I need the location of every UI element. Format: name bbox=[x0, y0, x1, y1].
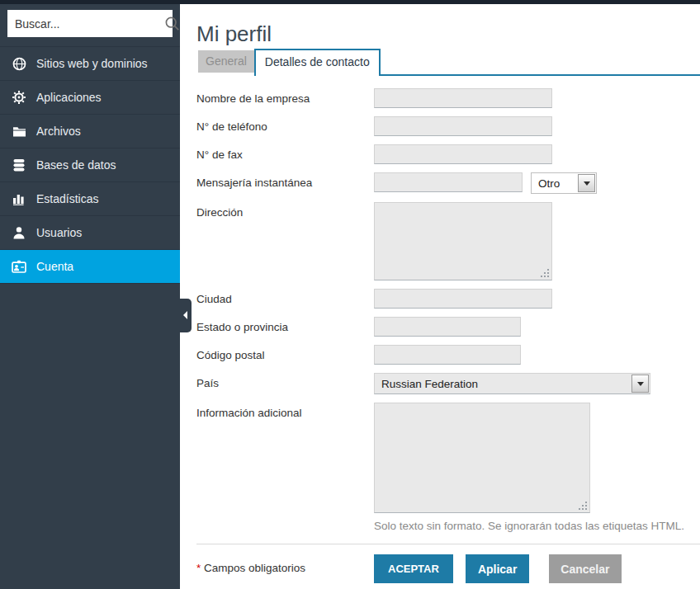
sidebar-collapse-handle[interactable] bbox=[180, 299, 192, 332]
sidebar-item-label: Estadísticas bbox=[36, 192, 98, 205]
im-type-selected-value: Otro bbox=[538, 177, 560, 190]
ok-button[interactable]: ACEPTAR bbox=[374, 554, 453, 583]
company-field[interactable] bbox=[374, 88, 552, 108]
sidebar: Sitios web y dominios Aplicaciones bbox=[0, 0, 180, 589]
additional-info-field[interactable] bbox=[374, 403, 590, 513]
country-selected-value: Russian Federation bbox=[381, 378, 478, 390]
resize-grip-icon[interactable] bbox=[585, 508, 587, 510]
sidebar-item-label: Aplicaciones bbox=[36, 91, 102, 104]
tab-general[interactable]: General bbox=[198, 50, 254, 73]
state-label: Estado o provincia bbox=[196, 317, 374, 337]
main-content: Mi perfil General Detalles de contacto N… bbox=[180, 4, 700, 589]
im-field[interactable] bbox=[374, 172, 523, 192]
fax-field[interactable] bbox=[374, 144, 552, 164]
tab-underline bbox=[381, 74, 700, 76]
search-input[interactable] bbox=[15, 17, 164, 31]
city-field[interactable] bbox=[374, 289, 552, 309]
country-label: País bbox=[196, 373, 374, 394]
zip-label: Código postal bbox=[196, 345, 374, 365]
phone-field[interactable] bbox=[374, 116, 552, 136]
sidebar-item-sitios-web[interactable]: Sitios web y dominios bbox=[0, 46, 180, 80]
top-bar bbox=[0, 0, 700, 4]
state-field[interactable] bbox=[374, 317, 521, 337]
sidebar-item-bases-de-datos[interactable]: Bases de datos bbox=[0, 148, 180, 181]
search-box[interactable] bbox=[7, 10, 173, 37]
sidebar-item-label: Bases de datos bbox=[36, 158, 116, 172]
tab-bar: General Detalles de contacto bbox=[180, 49, 700, 76]
search-icon[interactable] bbox=[164, 16, 180, 31]
city-label: Ciudad bbox=[196, 289, 374, 309]
tab-detalles-de-contacto[interactable]: Detalles de contacto bbox=[254, 49, 381, 76]
dropdown-arrow-icon[interactable] bbox=[578, 174, 595, 192]
sidebar-item-estadisticas[interactable]: Estadísticas bbox=[0, 181, 180, 215]
address-field[interactable] bbox=[374, 202, 552, 280]
country-select[interactable]: Russian Federation bbox=[374, 373, 650, 394]
database-icon bbox=[11, 158, 27, 172]
bar-chart-icon bbox=[11, 191, 27, 206]
company-label: Nombre de la empresa bbox=[196, 88, 374, 108]
sidebar-item-aplicaciones[interactable]: Aplicaciones bbox=[0, 80, 180, 114]
globe-icon bbox=[11, 56, 27, 71]
apply-button[interactable]: Aplicar bbox=[466, 554, 529, 583]
sidebar-item-label: Sitios web y dominios bbox=[36, 57, 148, 70]
cancel-button[interactable]: Cancelar bbox=[549, 554, 621, 583]
gear-icon bbox=[11, 90, 27, 105]
contact-details-form: Nombre de la empresa N° de teléfono N° d… bbox=[196, 76, 700, 583]
page-title: Mi perfil bbox=[196, 19, 700, 49]
required-fields-note: * Campos obligatorios bbox=[196, 554, 374, 574]
additional-info-label: Información adicional bbox=[196, 403, 374, 513]
sidebar-item-archivos[interactable]: Archivos bbox=[0, 114, 180, 148]
folder-icon bbox=[11, 124, 27, 139]
footer-divider bbox=[196, 544, 700, 544]
resize-grip-icon[interactable] bbox=[547, 276, 549, 277]
sidebar-item-label: Usuarios bbox=[36, 226, 82, 239]
sidebar-item-label: Cuenta bbox=[36, 260, 73, 273]
im-type-select[interactable]: Otro bbox=[531, 172, 597, 194]
zip-field[interactable] bbox=[374, 345, 521, 365]
dropdown-arrow-icon[interactable] bbox=[631, 375, 649, 393]
sidebar-item-label: Archivos bbox=[36, 125, 81, 138]
id-card-icon bbox=[11, 259, 27, 274]
address-label: Dirección bbox=[196, 202, 374, 280]
form-footer: * Campos obligatorios ACEPTAR Aplicar Ca… bbox=[196, 554, 700, 583]
sidebar-item-usuarios[interactable]: Usuarios bbox=[0, 215, 180, 249]
im-label: Mensajería instantánea bbox=[196, 172, 374, 194]
user-icon bbox=[11, 225, 27, 240]
sidebar-menu: Sitios web y dominios Aplicaciones bbox=[0, 46, 180, 284]
sidebar-item-cuenta[interactable]: Cuenta bbox=[0, 249, 180, 283]
phone-label: N° de teléfono bbox=[196, 116, 374, 136]
fax-label: N° de fax bbox=[196, 144, 374, 164]
plain-text-note: Solo texto sin formato. Se ignorarán tod… bbox=[374, 520, 700, 532]
